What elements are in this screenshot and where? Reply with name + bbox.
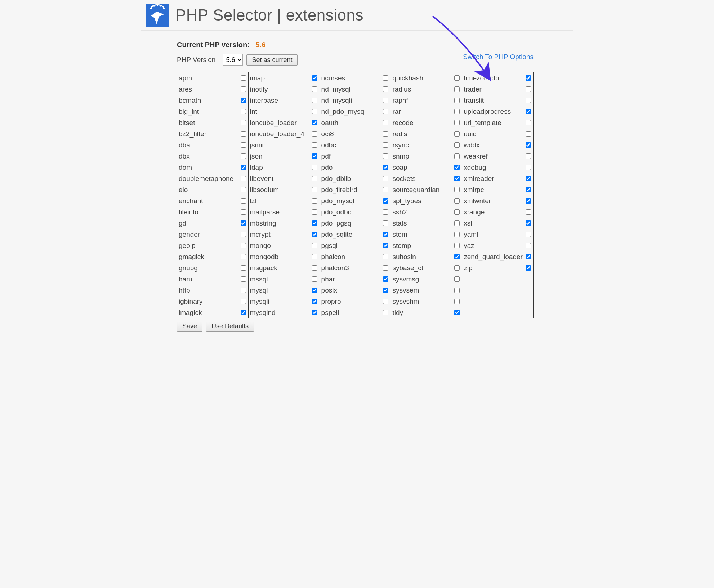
extension-checkbox[interactable]: [312, 209, 317, 215]
extension-label[interactable]: uploadprogress: [464, 108, 511, 116]
extension-checkbox[interactable]: [383, 187, 388, 192]
extension-checkbox[interactable]: [312, 131, 317, 137]
extension-label[interactable]: fileinfo: [179, 208, 198, 216]
extension-label[interactable]: radius: [392, 85, 411, 93]
extension-checkbox[interactable]: [454, 299, 460, 304]
extension-label[interactable]: phalcon: [321, 253, 345, 261]
extension-checkbox[interactable]: [454, 176, 460, 181]
extension-label[interactable]: propro: [321, 298, 341, 306]
extension-checkbox[interactable]: [312, 276, 317, 282]
extension-label[interactable]: apm: [179, 74, 192, 82]
extension-checkbox[interactable]: [383, 176, 388, 181]
extension-checkbox[interactable]: [241, 98, 246, 103]
extension-label[interactable]: mysqlnd: [250, 309, 276, 317]
extension-label[interactable]: msgpack: [250, 264, 277, 272]
extension-checkbox[interactable]: [383, 165, 388, 170]
extension-checkbox[interactable]: [526, 220, 531, 226]
extension-label[interactable]: mssql: [250, 275, 268, 283]
extension-checkbox[interactable]: [526, 187, 531, 192]
extension-label[interactable]: sockets: [392, 175, 415, 183]
extension-checkbox[interactable]: [526, 176, 531, 181]
extension-label[interactable]: sysvmsg: [392, 275, 419, 283]
extension-checkbox[interactable]: [241, 288, 246, 293]
extension-checkbox[interactable]: [454, 243, 460, 248]
extension-checkbox[interactable]: [312, 232, 317, 237]
extension-checkbox[interactable]: [383, 198, 388, 204]
extension-checkbox[interactable]: [241, 131, 246, 137]
extension-checkbox[interactable]: [454, 310, 460, 315]
extension-checkbox[interactable]: [383, 288, 388, 293]
extension-label[interactable]: yaz: [464, 242, 474, 250]
extension-checkbox[interactable]: [383, 310, 388, 315]
extension-label[interactable]: zip: [464, 264, 472, 272]
extension-checkbox[interactable]: [383, 276, 388, 282]
extension-checkbox[interactable]: [526, 98, 531, 103]
extension-checkbox[interactable]: [454, 109, 460, 114]
switch-to-php-options-link[interactable]: Switch To PHP Options: [463, 53, 534, 61]
extension-label[interactable]: dom: [179, 164, 192, 172]
extension-checkbox[interactable]: [454, 153, 460, 159]
extension-checkbox[interactable]: [241, 109, 246, 114]
extension-label[interactable]: trader: [464, 85, 482, 93]
extension-label[interactable]: gnupg: [179, 264, 198, 272]
extension-checkbox[interactable]: [526, 243, 531, 248]
extension-checkbox[interactable]: [454, 165, 460, 170]
extension-checkbox[interactable]: [241, 176, 246, 181]
extension-label[interactable]: bz2_filter: [179, 130, 206, 138]
extension-checkbox[interactable]: [383, 232, 388, 237]
extension-checkbox[interactable]: [312, 98, 317, 103]
extension-checkbox[interactable]: [312, 299, 317, 304]
extension-checkbox[interactable]: [526, 131, 531, 137]
extension-checkbox[interactable]: [312, 165, 317, 170]
extension-label[interactable]: stem: [392, 231, 407, 239]
extension-label[interactable]: sysvsem: [392, 286, 419, 294]
extension-label[interactable]: stomp: [392, 242, 411, 250]
extension-checkbox[interactable]: [312, 288, 317, 293]
extension-checkbox[interactable]: [241, 232, 246, 237]
extension-label[interactable]: suhosin: [392, 253, 416, 261]
extension-checkbox[interactable]: [454, 75, 460, 81]
extension-label[interactable]: dbx: [179, 152, 190, 160]
extension-checkbox[interactable]: [312, 109, 317, 114]
extension-label[interactable]: gd: [179, 219, 186, 227]
extension-checkbox[interactable]: [383, 209, 388, 215]
extension-label[interactable]: timezonedb: [464, 74, 499, 82]
extension-checkbox[interactable]: [241, 86, 246, 92]
extension-checkbox[interactable]: [526, 120, 531, 125]
extension-label[interactable]: lzf: [250, 197, 257, 205]
extension-checkbox[interactable]: [454, 98, 460, 103]
extension-checkbox[interactable]: [312, 265, 317, 271]
extension-checkbox[interactable]: [241, 299, 246, 304]
extension-label[interactable]: quickhash: [392, 74, 423, 82]
extension-checkbox[interactable]: [526, 142, 531, 148]
extension-label[interactable]: imap: [250, 74, 265, 82]
extension-checkbox[interactable]: [383, 220, 388, 226]
set-as-current-button[interactable]: Set as current: [246, 54, 298, 66]
extension-label[interactable]: zend_guard_loader: [464, 253, 523, 261]
extension-label[interactable]: pspell: [321, 309, 339, 317]
extension-label[interactable]: dba: [179, 141, 190, 149]
extension-label[interactable]: ioncube_loader_4: [250, 130, 304, 138]
extension-label[interactable]: pdo_firebird: [321, 186, 357, 194]
extension-label[interactable]: libsodium: [250, 186, 279, 194]
extension-checkbox[interactable]: [312, 176, 317, 181]
extension-checkbox[interactable]: [526, 165, 531, 170]
extension-checkbox[interactable]: [241, 165, 246, 170]
extension-label[interactable]: sourceguardian: [392, 186, 439, 194]
extension-label[interactable]: pdo_pgsql: [321, 219, 353, 227]
extension-label[interactable]: mailparse: [250, 208, 280, 216]
extension-checkbox[interactable]: [383, 131, 388, 137]
extension-checkbox[interactable]: [241, 187, 246, 192]
extension-checkbox[interactable]: [454, 142, 460, 148]
extension-label[interactable]: xmlwriter: [464, 197, 491, 205]
extension-label[interactable]: inotify: [250, 85, 268, 93]
extension-label[interactable]: enchant: [179, 197, 203, 205]
extension-label[interactable]: xsl: [464, 219, 472, 227]
extension-checkbox[interactable]: [241, 243, 246, 248]
extension-label[interactable]: rar: [392, 108, 401, 116]
extension-checkbox[interactable]: [454, 276, 460, 282]
extension-label[interactable]: wddx: [464, 141, 479, 149]
extension-checkbox[interactable]: [312, 243, 317, 248]
extension-checkbox[interactable]: [241, 265, 246, 271]
extension-checkbox[interactable]: [241, 209, 246, 215]
